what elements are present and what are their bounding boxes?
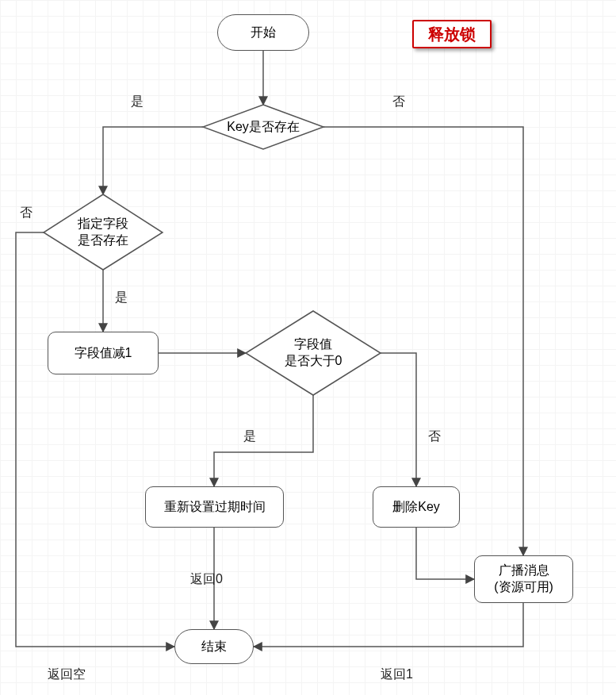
node-end: 结束: [174, 629, 254, 664]
label-fieldexists-no: 否: [20, 205, 33, 221]
node-key-exists: Key是否存在: [203, 105, 323, 149]
label-return-empty: 返回空: [48, 666, 86, 683]
node-gt0: 字段值 是否大于0: [246, 311, 381, 395]
node-broadcast: 广播消息 (资源可用): [474, 555, 573, 603]
node-field-exists-label: 指定字段 是否存在: [44, 194, 163, 270]
node-start: 开始: [217, 14, 309, 51]
diagram-title: 释放锁: [412, 20, 492, 48]
node-reset-ttl: 重新设置过期时间: [145, 486, 284, 528]
node-reset-ttl-label: 重新设置过期时间: [164, 499, 266, 516]
node-end-label: 结束: [201, 639, 227, 655]
label-gt0-no: 否: [428, 428, 441, 445]
label-keyexists-no: 否: [392, 94, 405, 110]
node-field-exists: 指定字段 是否存在: [44, 194, 163, 270]
node-decr: 字段值减1: [48, 332, 159, 374]
label-gt0-yes: 是: [243, 428, 256, 445]
node-broadcast-label: 广播消息 (资源可用): [494, 563, 553, 596]
diagram-title-text: 释放锁: [428, 24, 476, 44]
label-keyexists-yes: 是: [131, 94, 143, 110]
node-decr-label: 字段值减1: [75, 345, 132, 362]
node-start-label: 开始: [251, 25, 276, 41]
label-return0: 返回0: [190, 571, 223, 588]
label-fieldexists-yes: 是: [115, 290, 128, 306]
node-del-key-label: 删除Key: [392, 499, 440, 516]
label-return1: 返回1: [381, 666, 413, 683]
node-key-exists-label: Key是否存在: [203, 105, 323, 149]
node-gt0-label: 字段值 是否大于0: [246, 311, 381, 395]
node-del-key: 删除Key: [373, 486, 460, 528]
